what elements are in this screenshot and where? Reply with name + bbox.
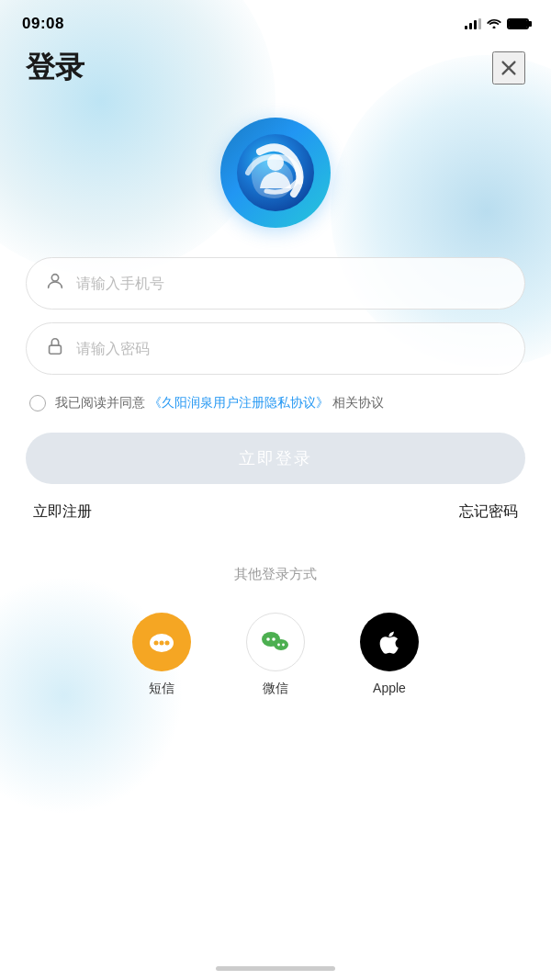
- signal-icon: [465, 18, 481, 29]
- battery-icon: [507, 18, 529, 29]
- logo-svg: [234, 131, 317, 214]
- svg-point-8: [160, 641, 164, 646]
- svg-point-11: [266, 637, 270, 641]
- login-button[interactable]: 立即登录: [26, 433, 525, 484]
- header: 登录: [0, 40, 551, 99]
- links-row: 立即注册 忘记密码: [26, 484, 525, 522]
- svg-point-9: [165, 641, 170, 646]
- login-form: 我已阅读并同意 《久阳润泉用户注册隐私协议》 相关协议 立即登录 立即注册 忘记…: [0, 257, 551, 522]
- wechat-label: 微信: [263, 681, 288, 697]
- lock-icon: [45, 336, 65, 361]
- agreement-link[interactable]: 《久阳润泉用户注册隐私协议》: [149, 395, 329, 410]
- app-logo: [220, 118, 331, 228]
- apple-login-option[interactable]: Apple: [360, 613, 419, 695]
- wifi-icon: [487, 17, 501, 31]
- svg-point-12: [272, 637, 276, 641]
- sms-login-option[interactable]: 短信: [132, 613, 191, 697]
- password-input[interactable]: [76, 341, 506, 357]
- svg-point-7: [154, 641, 159, 646]
- wechat-login-option[interactable]: 微信: [246, 613, 305, 697]
- wechat-icon: [246, 613, 305, 671]
- apple-icon: [360, 613, 419, 671]
- person-icon: [45, 271, 65, 296]
- status-bar: 09:08: [0, 0, 551, 40]
- forgot-password-button[interactable]: 忘记密码: [459, 502, 518, 522]
- agreement-row: 我已阅读并同意 《久阳润泉用户注册隐私协议》 相关协议: [26, 388, 525, 429]
- apple-label: Apple: [373, 681, 406, 695]
- agreement-text: 我已阅读并同意 《久阳润泉用户注册隐私协议》 相关协议: [55, 393, 384, 412]
- other-login-section: 其他登录方式 短信: [0, 522, 551, 697]
- svg-point-13: [274, 639, 288, 650]
- logo-area: [0, 99, 551, 257]
- page-title: 登录: [26, 48, 84, 88]
- status-time: 09:08: [22, 15, 64, 33]
- sms-icon: [132, 613, 191, 671]
- svg-rect-5: [50, 345, 62, 354]
- phone-input[interactable]: [76, 276, 506, 292]
- login-options: 短信 微信: [132, 613, 419, 697]
- svg-point-3: [267, 154, 284, 171]
- agreement-checkbox[interactable]: [29, 395, 46, 411]
- svg-point-14: [277, 644, 280, 647]
- status-icons: [465, 17, 529, 31]
- close-icon: [499, 58, 519, 78]
- other-login-label: 其他登录方式: [234, 566, 317, 583]
- svg-point-4: [51, 275, 58, 281]
- phone-input-group: [26, 257, 525, 310]
- password-input-group: [26, 322, 525, 375]
- register-button[interactable]: 立即注册: [33, 502, 92, 522]
- svg-point-15: [282, 644, 285, 647]
- close-button[interactable]: [492, 51, 525, 84]
- sms-label: 短信: [149, 681, 174, 697]
